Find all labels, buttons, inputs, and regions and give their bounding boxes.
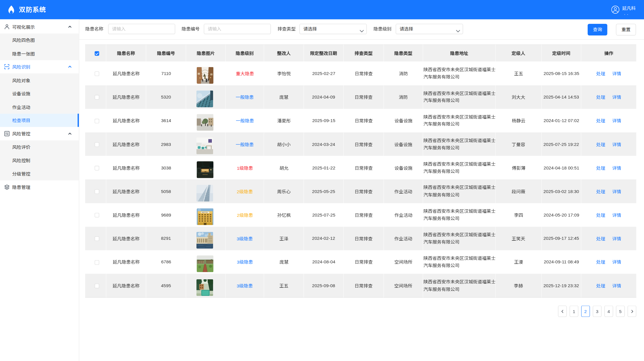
svg-text:HOTEL: HOTEL [202, 212, 208, 213]
